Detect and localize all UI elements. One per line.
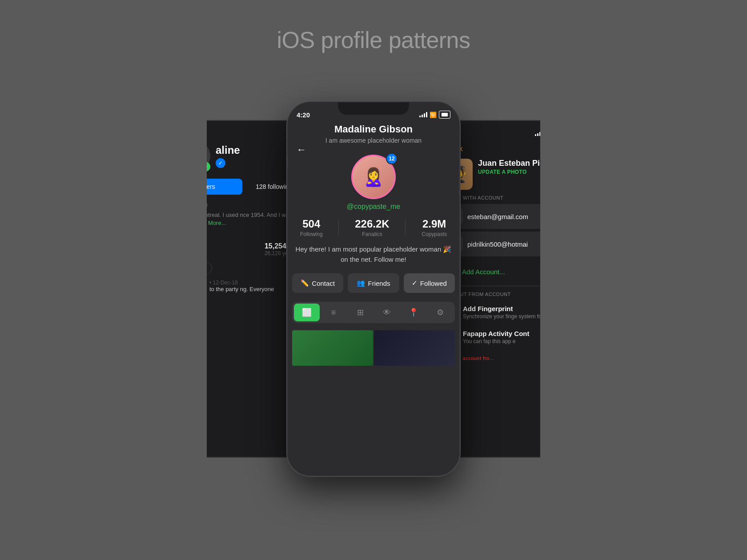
battery-icon (439, 111, 450, 119)
left-avatar: 👤 + (179, 140, 210, 172)
signal-bars-icon (419, 112, 427, 117)
sign-in-label: SIGN IN WITH ACCOUNT (442, 195, 568, 200)
post-thumbnail (179, 280, 206, 306)
followers-tab[interactable]: ers (179, 179, 242, 195)
update-photo-link[interactable]: UPDATE A PHOTO (478, 169, 559, 175)
phones-container: 🔔 👤 + aline ✓ (0, 9, 747, 560)
user-handle: @copypaste_me (288, 203, 459, 211)
stat-following-label: Following (300, 231, 323, 237)
add-account-row[interactable]: + Add Account... (442, 259, 568, 284)
center-username: Madaline Gibson (305, 124, 442, 135)
left-username: aline (216, 144, 240, 156)
activity-detail: ails (179, 249, 187, 256)
back-arrow-icon[interactable]: ← (297, 144, 306, 156)
photo-cell-1[interactable] (292, 330, 373, 366)
verified-badge: ✓ (216, 158, 225, 168)
stat-copypasts: 2.9M Copypasts (422, 218, 447, 237)
followed-button[interactable]: ✓ Followed (404, 273, 455, 293)
stat-divider-2 (405, 220, 406, 236)
right-wifi-icon: 🛜 (545, 130, 552, 137)
copy-icon: ⬜ (302, 308, 312, 317)
content-tab-bar: ⬜ ≡ ⊞ 👁 📍 ⚙ (292, 302, 455, 323)
tab-grid[interactable]: ⊞ (347, 304, 373, 321)
left-add-button[interactable]: + (201, 162, 210, 172)
action-buttons: ✏️ Contact 👥 Friends ✓ Followed (292, 273, 455, 293)
eye-icon: 👁 (383, 308, 391, 317)
tab-settings[interactable]: ⚙ (427, 304, 453, 321)
fingerprint-title: Add Fingerprint (463, 305, 568, 312)
center-bio: I am awesome placeholder woman (305, 137, 442, 144)
divider (442, 286, 568, 286)
fingerprint-setting-row[interactable]: Add Fingerprint Synchronize your finge s… (442, 300, 568, 325)
right-battery-icon (554, 129, 566, 137)
profile-description: Hey there! I am most popular placeholder… (292, 244, 455, 264)
stats-row: 504 Following 226.2K Fanatics 2.9M Copyp… (292, 218, 455, 237)
wifi-icon: 🛜 (430, 112, 437, 118)
settings-icon: ⚙ (437, 308, 444, 317)
left-bio-text: y from Montreal. I used nce 1954. And I … (179, 211, 303, 227)
layers-icon: ≡ (331, 308, 336, 317)
location-icon: 📍 (409, 308, 418, 317)
post-text: to the party ng. Everyone (209, 286, 274, 293)
center-phone: 4:20 🛜 ← Madaline Gibson (287, 101, 460, 476)
grid-icon: ⊞ (357, 308, 364, 317)
stat-fanatics-number: 226.2K (355, 218, 389, 230)
tab-eye[interactable]: 👁 (374, 304, 400, 321)
right-status-icons: 🛜 (535, 129, 566, 137)
avatar-section: 🙎‍♀️ 12 (288, 155, 459, 199)
followed-check-icon: ✓ (412, 279, 418, 287)
stat-following-number: 504 (300, 218, 323, 230)
activity-name: A (179, 242, 187, 249)
avatar-wrapper: 🙎‍♀️ 12 (351, 155, 396, 199)
sign-out-label: SIGN OUT FROM ACCOUNT (442, 292, 568, 297)
account-row-es[interactable]: ES esteban@gmail.com (442, 204, 568, 229)
tab-layers[interactable]: ≡ (321, 304, 346, 321)
contact-icon: ✏️ (301, 279, 309, 287)
tab-location[interactable]: 📍 (401, 304, 426, 321)
stat-fanatics-label: Fanatics (355, 231, 389, 237)
followed-label: Followed (420, 280, 447, 287)
left-avatar-circle: 👤 (179, 140, 210, 172)
photo-grid (292, 330, 455, 366)
account-email-pi: pidrilkin500@hotmai (467, 240, 528, 248)
more-link[interactable]: More... (208, 220, 226, 226)
stat-divider-1 (338, 220, 339, 236)
center-status-icons: 🛜 (419, 111, 450, 119)
center-header: ← Madaline Gibson I am awesome placehold… (288, 122, 459, 148)
account-email-es: esteban@gmail.com (467, 213, 528, 220)
post-date: • 12-Dec-18 (209, 280, 274, 286)
right-username: Juan Esteban Pidrilic (478, 159, 559, 168)
stat-copypasts-number: 2.9M (422, 218, 447, 230)
friends-icon: 👥 (357, 279, 365, 287)
more-button[interactable]: More > (179, 262, 212, 275)
stat-copypasts-label: Copypasts (422, 231, 447, 237)
right-back-button[interactable]: ‹ Back (442, 144, 568, 153)
center-status-time: 4:20 (297, 111, 310, 119)
activity-setting-row[interactable]: Fapapp Activity Cont You can fap this ap… (442, 325, 568, 350)
remove-account-label[interactable]: Remove account fro... (442, 356, 568, 361)
contact-button[interactable]: ✏️ Contact (292, 273, 343, 293)
notification-badge: 12 (386, 153, 398, 164)
friends-label: Friends (368, 280, 390, 287)
add-account-label: Add Account... (462, 268, 505, 276)
activity-ctrl-title: Fapapp Activity Cont (463, 330, 568, 337)
left-bio-title: itious DJ (179, 202, 303, 209)
tab-copy[interactable]: ⬜ (294, 304, 320, 321)
photo-cell-2[interactable] (374, 330, 455, 366)
contact-label: Contact (312, 280, 335, 287)
right-profile-row: 🧑‍🎓 Juan Esteban Pidrilic UPDATE A PHOTO (442, 159, 568, 190)
fingerprint-desc: Synchronize your finge system for securi… (463, 313, 568, 320)
account-row-pi[interactable]: PI pidrilkin500@hotmai (442, 232, 568, 256)
stat-following: 504 Following (300, 218, 323, 237)
left-verified-row: ✓ (216, 158, 240, 168)
stat-fanatics: 226.2K Fanatics (355, 218, 389, 237)
friends-button[interactable]: 👥 Friends (348, 273, 399, 293)
activity-ctrl-desc: You can fap this app e (463, 338, 568, 345)
